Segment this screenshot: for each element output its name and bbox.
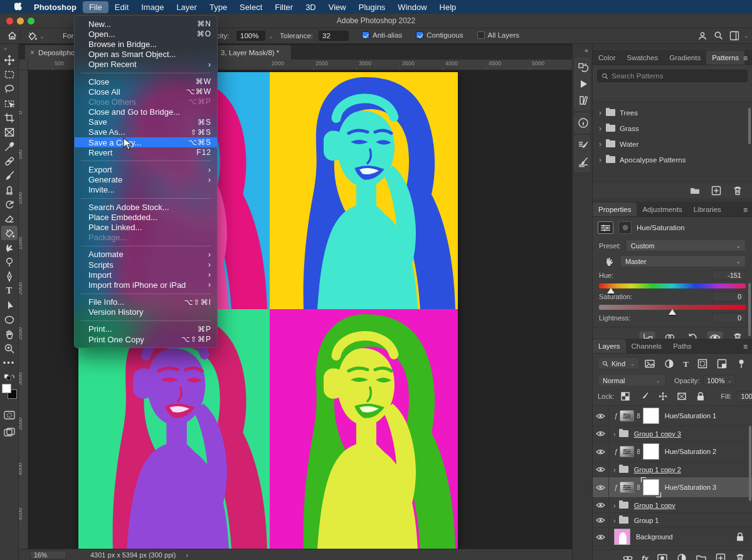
link-icon[interactable] [622, 552, 633, 560]
history-panel-icon[interactable] [575, 60, 591, 76]
layer-row-hue-saturation-1[interactable]: ƒ 8 Hue/Saturation 1 [593, 406, 752, 426]
saturation-value-field[interactable]: 0 [712, 292, 746, 302]
file-menu-item-export[interactable]: Export › [75, 164, 217, 174]
apple-logo-icon[interactable] [9, 3, 28, 12]
history-brush-tool-icon[interactable] [1, 197, 18, 211]
chevron-right-icon[interactable]: › [613, 517, 616, 524]
layer-row-group-1-copy-2[interactable]: › Group 1 copy 2 [593, 462, 752, 477]
tab-gradients[interactable]: Gradients [664, 51, 706, 65]
file-menu-item-invite[interactable]: Invite... [75, 185, 217, 195]
info-panel-icon[interactable] [575, 115, 591, 131]
hand-tool-icon[interactable] [1, 327, 18, 341]
file-menu-item-revert[interactable]: Revert F12 [75, 147, 217, 157]
file-menu-item-save-a-copy[interactable]: Save a Copy... ⌥⌘S [75, 137, 217, 147]
layer-row-group-1-copy-3[interactable]: › Group 1 copy 3 [593, 426, 752, 441]
type-icon[interactable]: T [683, 358, 689, 369]
file-menu-item-import[interactable]: Import › [75, 270, 217, 280]
padlock-icon[interactable] [695, 391, 706, 402]
mask-link-icon[interactable]: 8 [637, 413, 640, 420]
file-menu-item-print-one-copy[interactable]: Print One Copy ⌥⇧⌘P [75, 334, 217, 344]
mask-link-icon[interactable]: 8 [637, 448, 640, 455]
checkbox-icon[interactable] [416, 31, 423, 39]
menubar-item-plugins[interactable]: Plugins [352, 1, 392, 13]
tab-color[interactable]: Color [593, 51, 621, 65]
checkbox-icon[interactable] [477, 31, 485, 39]
layer-row-group-1[interactable]: › Group 1 [593, 513, 752, 528]
file-menu-item-save-as[interactable]: Save As... ⇧⌘S [75, 127, 217, 137]
visibility-eye-icon[interactable] [593, 426, 609, 441]
object-selection-tool-icon[interactable] [1, 96, 18, 110]
file-menu-item-browse-in-bridge[interactable]: Browse in Bridge... [75, 39, 217, 49]
layer-filter-dropdown[interactable]: Kind ⌄ [598, 357, 639, 369]
toolbar-collapse-icon[interactable]: » [0, 44, 18, 53]
file-menu-item-close-all[interactable]: Close All ⌥⌘W [75, 87, 217, 97]
checker-icon[interactable] [620, 391, 631, 402]
tab-layers[interactable]: Layers [593, 339, 626, 353]
file-menu-item-generate[interactable]: Generate › [75, 175, 217, 185]
frame-lock-icon[interactable] [676, 391, 687, 402]
smudge-tool-icon[interactable] [1, 240, 18, 255]
file-menu-item-automate[interactable]: Automate › [75, 250, 217, 260]
layer-mask-icon[interactable] [657, 552, 668, 560]
collapse-panels-icon[interactable]: « [573, 44, 592, 55]
scrollbar[interactable] [749, 426, 751, 501]
scrollbar[interactable] [748, 283, 751, 336]
brush-settings-panel-icon[interactable] [575, 137, 591, 154]
hue-value-field[interactable]: -151 [712, 270, 746, 280]
brush-lock-icon[interactable] [638, 391, 650, 402]
checkbox-icon[interactable] [362, 31, 369, 39]
opacity-field[interactable]: 100% [236, 31, 265, 41]
chevron-down-icon[interactable]: ⌄ [40, 33, 45, 40]
file-menu-item-open-recent[interactable]: Open Recent › [75, 60, 217, 70]
file-menu-item-version-history[interactable]: Version History [75, 307, 217, 317]
frame-icon[interactable] [697, 358, 708, 369]
file-menu-item-open[interactable]: Open... ⌘O [75, 29, 217, 39]
chevron-right-icon[interactable]: › [599, 140, 601, 149]
checkbox-all-layers[interactable]: All Layers [477, 31, 520, 39]
frame-tool-icon[interactable] [1, 125, 18, 139]
tab-libraries[interactable]: Libraries [688, 203, 727, 216]
menubar-item-edit[interactable]: Edit [109, 1, 135, 13]
healing-tool-icon[interactable] [1, 154, 18, 168]
chevron-right-icon[interactable]: › [613, 466, 616, 473]
layer-mask-thumbnail[interactable] [643, 443, 659, 460]
type-tool-icon[interactable]: T [1, 283, 18, 298]
chevron-right-icon[interactable]: › [613, 430, 616, 438]
adjustment-layer-thumbnail[interactable] [620, 482, 634, 493]
layer-row-hue-saturation-2[interactable]: ƒ 8 Hue/Saturation 2 [593, 441, 752, 462]
visibility-eye-icon[interactable] [593, 462, 609, 477]
hue-slider-thumb[interactable] [607, 288, 615, 293]
layer-row-background[interactable]: Background [593, 528, 752, 546]
pattern-search-input[interactable]: Search Patterns [597, 70, 748, 82]
tab-adjustments[interactable]: Adjustments [637, 203, 687, 216]
status-chevron-icon[interactable]: › [186, 551, 188, 559]
eyedropper-tool-icon[interactable] [1, 139, 18, 154]
checkbox-contiguous[interactable]: Contiguous [416, 31, 463, 39]
saturation-track[interactable] [599, 305, 746, 310]
foreground-background-swatches[interactable] [2, 384, 17, 399]
tab-properties[interactable]: Properties [593, 203, 637, 216]
menubar-item-layer[interactable]: Layer [170, 1, 203, 13]
libraries-panel-icon[interactable] [575, 92, 591, 108]
menubar-item-file[interactable]: File [83, 1, 109, 13]
file-menu-item-scripts[interactable]: Scripts › [75, 260, 217, 270]
chevron-right-icon[interactable]: › [599, 108, 601, 117]
brushes-panel-icon[interactable] [575, 154, 591, 170]
pen-tool-icon[interactable] [1, 269, 18, 283]
tolerance-field[interactable]: 32 [319, 31, 349, 41]
visibility-eye-icon[interactable] [593, 528, 609, 546]
paint-bucket-tool-icon[interactable] [1, 226, 18, 240]
dodge-tool-icon[interactable] [1, 255, 18, 269]
chevron-down-icon[interactable]: ⌄ [268, 33, 273, 40]
channel-dropdown[interactable]: Master⌄ [620, 255, 746, 267]
visibility-eye-icon[interactable] [593, 441, 609, 462]
tab-patterns[interactable]: Patterns [706, 51, 744, 65]
layer-fill-field[interactable]: 100%⌄ [737, 391, 752, 402]
menubar-item-filter[interactable]: Filter [268, 1, 299, 13]
clone-stamp-tool-icon[interactable] [1, 182, 18, 197]
adjustment-icon[interactable] [664, 358, 675, 369]
chevron-right-icon[interactable]: › [599, 124, 601, 133]
lightness-value-field[interactable]: 0 [712, 313, 746, 323]
workspace-icon[interactable] [729, 31, 739, 41]
visibility-eye-icon[interactable] [593, 406, 609, 426]
